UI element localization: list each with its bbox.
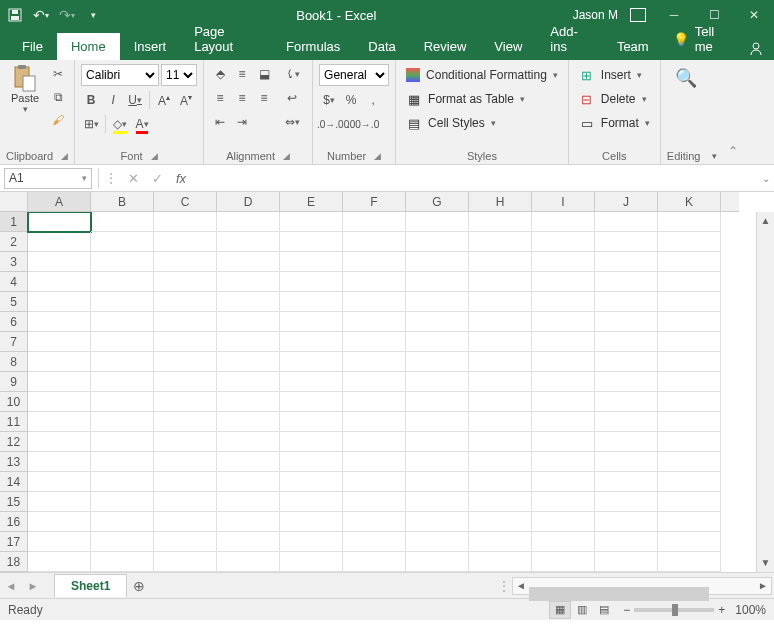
cell-A1[interactable] — [28, 212, 91, 232]
cell-I9[interactable] — [532, 372, 595, 392]
copy-button[interactable]: ⧉ — [48, 87, 68, 107]
account-icon[interactable] — [630, 8, 646, 22]
cell-E3[interactable] — [280, 252, 343, 272]
cell-G3[interactable] — [406, 252, 469, 272]
increase-decimal-button[interactable]: .0→.00 — [319, 114, 347, 134]
minimize-button[interactable]: ─ — [654, 0, 694, 30]
cell-J18[interactable] — [595, 552, 658, 572]
delete-cells-button[interactable]: ⊟ Delete▾ — [575, 88, 654, 110]
cell-D9[interactable] — [217, 372, 280, 392]
cell-I6[interactable] — [532, 312, 595, 332]
tab-formulas[interactable]: Formulas — [272, 33, 354, 60]
cell-D7[interactable] — [217, 332, 280, 352]
cell-K18[interactable] — [658, 552, 721, 572]
bold-button[interactable]: B — [81, 90, 101, 110]
cell-B13[interactable] — [91, 452, 154, 472]
row-header-1[interactable]: 1 — [0, 212, 28, 232]
scroll-up-icon[interactable]: ▲ — [757, 212, 774, 230]
tab-review[interactable]: Review — [410, 33, 481, 60]
row-header-11[interactable]: 11 — [0, 412, 28, 432]
cancel-formula-button[interactable]: ✕ — [121, 167, 145, 189]
row-header-9[interactable]: 9 — [0, 372, 28, 392]
cell-B10[interactable] — [91, 392, 154, 412]
cell-B4[interactable] — [91, 272, 154, 292]
cell-C13[interactable] — [154, 452, 217, 472]
cell-K5[interactable] — [658, 292, 721, 312]
insert-cells-button[interactable]: ⊞ Insert▾ — [575, 64, 654, 86]
cell-G1[interactable] — [406, 212, 469, 232]
accounting-format-button[interactable]: $▾ — [319, 90, 339, 110]
cell-D10[interactable] — [217, 392, 280, 412]
cell-I13[interactable] — [532, 452, 595, 472]
tab-addins[interactable]: Add-ins — [536, 18, 603, 60]
row-header-14[interactable]: 14 — [0, 472, 28, 492]
cell-I16[interactable] — [532, 512, 595, 532]
row-header-5[interactable]: 5 — [0, 292, 28, 312]
page-layout-view-button[interactable]: ▥ — [571, 601, 593, 619]
cell-K8[interactable] — [658, 352, 721, 372]
cell-B16[interactable] — [91, 512, 154, 532]
cell-B3[interactable] — [91, 252, 154, 272]
column-header-A[interactable]: A — [28, 192, 91, 212]
cell-A5[interactable] — [28, 292, 91, 312]
tab-page-layout[interactable]: Page Layout — [180, 18, 272, 60]
cell-G14[interactable] — [406, 472, 469, 492]
cell-K6[interactable] — [658, 312, 721, 332]
cell-J6[interactable] — [595, 312, 658, 332]
tab-home[interactable]: Home — [57, 33, 120, 60]
name-box[interactable]: A1 ▾ — [4, 168, 92, 189]
decrease-indent-button[interactable]: ⇤ — [210, 112, 230, 132]
cell-A10[interactable] — [28, 392, 91, 412]
align-left-button[interactable]: ≡ — [210, 88, 230, 108]
cell-K10[interactable] — [658, 392, 721, 412]
tab-data[interactable]: Data — [354, 33, 409, 60]
cells-area[interactable] — [28, 212, 756, 572]
cell-G15[interactable] — [406, 492, 469, 512]
cell-H17[interactable] — [469, 532, 532, 552]
new-sheet-button[interactable]: ⊕ — [127, 578, 151, 594]
tab-insert[interactable]: Insert — [120, 33, 181, 60]
cell-G13[interactable] — [406, 452, 469, 472]
cell-A18[interactable] — [28, 552, 91, 572]
cell-styles-button[interactable]: ▤ Cell Styles▾ — [402, 112, 562, 134]
cell-I8[interactable] — [532, 352, 595, 372]
cell-G9[interactable] — [406, 372, 469, 392]
cell-D1[interactable] — [217, 212, 280, 232]
column-header-B[interactable]: B — [91, 192, 154, 212]
column-header-K[interactable]: K — [658, 192, 721, 212]
cell-J3[interactable] — [595, 252, 658, 272]
cell-F18[interactable] — [343, 552, 406, 572]
cell-K16[interactable] — [658, 512, 721, 532]
cell-K3[interactable] — [658, 252, 721, 272]
column-header-F[interactable]: F — [343, 192, 406, 212]
cell-I15[interactable] — [532, 492, 595, 512]
cell-A11[interactable] — [28, 412, 91, 432]
shrink-font-button[interactable]: A▾ — [176, 90, 196, 110]
align-right-button[interactable]: ≡ — [254, 88, 274, 108]
tab-team[interactable]: Team — [603, 33, 663, 60]
cell-F9[interactable] — [343, 372, 406, 392]
cell-K15[interactable] — [658, 492, 721, 512]
undo-icon[interactable]: ↶▾ — [32, 6, 50, 24]
cell-G4[interactable] — [406, 272, 469, 292]
tab-view[interactable]: View — [480, 33, 536, 60]
cell-G6[interactable] — [406, 312, 469, 332]
cell-E11[interactable] — [280, 412, 343, 432]
vertical-scrollbar[interactable]: ▲ ▼ — [756, 212, 774, 572]
column-header-H[interactable]: H — [469, 192, 532, 212]
cell-J8[interactable] — [595, 352, 658, 372]
cell-A2[interactable] — [28, 232, 91, 252]
cell-J7[interactable] — [595, 332, 658, 352]
cell-D4[interactable] — [217, 272, 280, 292]
cell-C15[interactable] — [154, 492, 217, 512]
cell-D13[interactable] — [217, 452, 280, 472]
format-cells-button[interactable]: ▭ Format▾ — [575, 112, 654, 134]
cell-D3[interactable] — [217, 252, 280, 272]
number-format-combo[interactable]: General — [319, 64, 389, 86]
merge-center-button[interactable]: ⇔▾ — [278, 112, 306, 132]
row-header-8[interactable]: 8 — [0, 352, 28, 372]
cell-I10[interactable] — [532, 392, 595, 412]
cell-A3[interactable] — [28, 252, 91, 272]
cell-B6[interactable] — [91, 312, 154, 332]
cell-A12[interactable] — [28, 432, 91, 452]
